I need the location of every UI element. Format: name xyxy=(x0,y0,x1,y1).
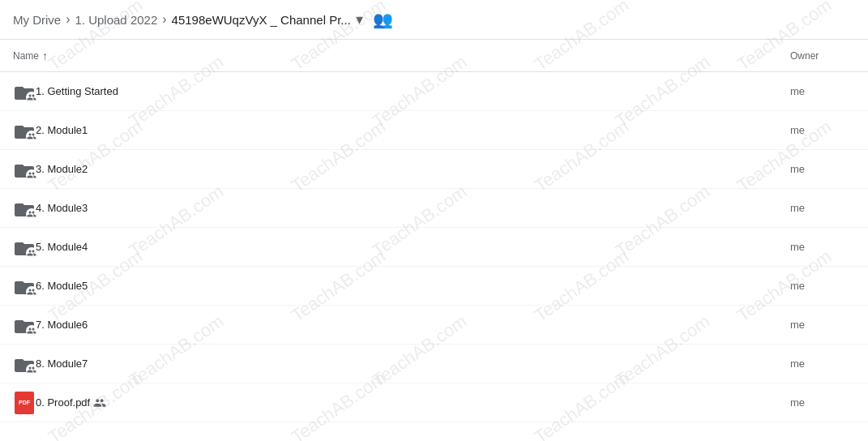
breadcrumb-upload-2022[interactable]: 1. Upload 2022 xyxy=(75,13,158,27)
file-owner-label: me xyxy=(790,85,855,97)
file-owner-label: me xyxy=(790,202,855,214)
file-name-label: 2. Module1 xyxy=(36,124,790,136)
name-header-label: Name xyxy=(13,50,39,62)
file-list-header: Name ↑ Owner xyxy=(0,40,868,72)
folder-icon xyxy=(13,353,36,375)
file-name-label: 5. Module4 xyxy=(36,241,790,253)
table-row[interactable]: 5. Module4me xyxy=(0,228,868,267)
table-row[interactable]: 1. Getting Startedme xyxy=(0,72,868,111)
table-row[interactable]: PDF0. Proof.pdf me xyxy=(0,383,868,422)
breadcrumb-sep-2: › xyxy=(162,12,166,27)
breadcrumb-bar: My Drive › 1. Upload 2022 › 45198eWUqzVy… xyxy=(0,0,868,40)
pdf-shared-icon xyxy=(90,396,106,409)
file-name-label: 1. Getting Started xyxy=(36,85,790,97)
folder-icon xyxy=(13,197,36,220)
shared-folder-badge xyxy=(26,169,37,181)
file-list: 1. Getting Startedme2. Module1me3. Modul… xyxy=(0,72,868,422)
folder-icon xyxy=(13,314,36,336)
file-name-label: 7. Module6 xyxy=(36,319,790,331)
file-name-label: 0. Proof.pdf xyxy=(36,396,790,409)
breadcrumb-sep-1: › xyxy=(66,12,70,27)
file-name-label: 6. Module5 xyxy=(36,280,790,292)
file-owner-label: me xyxy=(790,396,855,409)
shared-folder-badge xyxy=(26,286,37,298)
shared-folder-badge xyxy=(26,92,37,103)
folder-icon xyxy=(13,275,36,298)
table-row[interactable]: 3. Module2me xyxy=(0,150,868,189)
folder-icon xyxy=(13,80,36,103)
shared-people-icon[interactable]: 👥 xyxy=(373,10,393,29)
file-name-label: 8. Module7 xyxy=(36,358,790,370)
folder-icon xyxy=(13,236,36,259)
file-owner-label: me xyxy=(790,124,855,136)
sort-arrow-icon: ↑ xyxy=(42,49,48,62)
pdf-icon: PDF xyxy=(15,392,34,414)
owner-column-header: Owner xyxy=(790,50,855,62)
breadcrumb-my-drive[interactable]: My Drive xyxy=(13,13,61,27)
file-name-label: 3. Module2 xyxy=(36,163,790,175)
breadcrumb-current-folder: 45198eWUqzVyX _ Channel Pr... xyxy=(172,13,351,27)
shared-folder-badge xyxy=(26,364,37,375)
shared-folder-badge xyxy=(26,208,37,220)
file-name-label: 4. Module3 xyxy=(36,202,790,214)
file-owner-label: me xyxy=(790,163,855,175)
shared-folder-badge xyxy=(26,325,37,336)
file-owner-label: me xyxy=(790,280,855,292)
table-row[interactable]: 7. Module6me xyxy=(0,306,868,345)
file-owner-label: me xyxy=(790,319,855,331)
table-row[interactable]: 8. Module7me xyxy=(0,345,868,383)
shared-folder-badge xyxy=(26,247,37,259)
table-row[interactable]: 4. Module3me xyxy=(0,189,868,228)
folder-icon xyxy=(13,158,36,181)
folder-icon xyxy=(13,119,36,142)
chevron-down-icon[interactable]: ▾ xyxy=(356,11,363,28)
table-row[interactable]: 2. Module1me xyxy=(0,111,868,150)
pdf-file-icon: PDF xyxy=(13,392,36,414)
name-column-header[interactable]: Name ↑ xyxy=(13,49,790,62)
file-owner-label: me xyxy=(790,358,855,370)
file-owner-label: me xyxy=(790,241,855,253)
shared-folder-badge xyxy=(26,131,37,142)
table-row[interactable]: 6. Module5me xyxy=(0,267,868,306)
